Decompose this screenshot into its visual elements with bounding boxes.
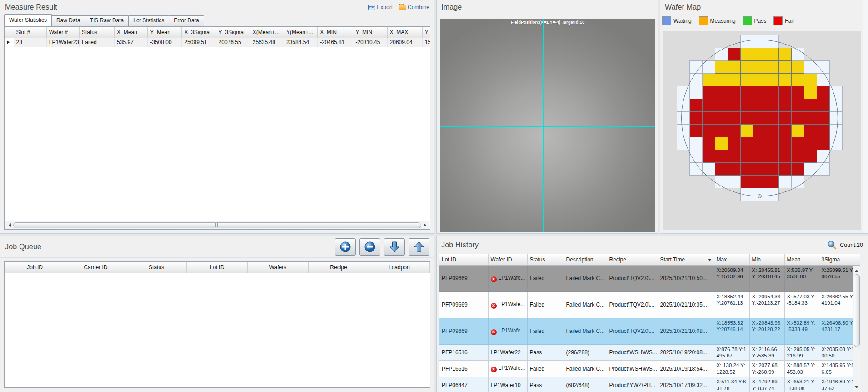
wafer-die[interactable] (778, 150, 792, 163)
wafer-die[interactable] (689, 86, 703, 99)
wafer-die[interactable] (817, 150, 830, 163)
wafer-die[interactable] (804, 124, 817, 137)
wafer-die[interactable] (817, 111, 830, 125)
wafer-die[interactable] (740, 124, 753, 137)
wafer-die[interactable] (702, 111, 715, 125)
column-header[interactable]: Mean (784, 254, 819, 265)
column-header[interactable]: Max (714, 254, 749, 265)
wafer-die[interactable] (804, 137, 817, 150)
wafer-die[interactable] (804, 60, 817, 74)
wafer-die[interactable] (766, 111, 779, 125)
column-header[interactable]: Min (749, 254, 784, 265)
wafer-die[interactable] (702, 60, 715, 74)
scrollbar-thumb[interactable] (854, 274, 860, 347)
wafer-die[interactable] (778, 48, 792, 61)
wafer-die[interactable] (715, 175, 728, 188)
horizontal-scrollbar[interactable] (5, 221, 429, 229)
magnifier-icon[interactable] (827, 240, 837, 250)
wafer-die[interactable] (753, 99, 766, 112)
wafer-die[interactable] (829, 86, 843, 99)
wafer-die[interactable] (740, 99, 753, 112)
wafer-die[interactable] (804, 73, 817, 86)
wafer-die[interactable] (728, 99, 741, 112)
add-job-button[interactable] (335, 238, 356, 256)
wafer-die[interactable] (804, 111, 817, 125)
wafer-die[interactable] (728, 86, 741, 99)
wafer-die[interactable] (740, 188, 753, 201)
table-row[interactable]: PFP16516LP1Wafer22Pass(296/288)Product\W… (439, 344, 860, 361)
wafer-die[interactable] (702, 73, 715, 86)
wafer-die[interactable] (778, 60, 792, 74)
wafer-die[interactable] (728, 111, 741, 125)
wafer-die[interactable] (804, 99, 817, 112)
move-down-button[interactable] (384, 238, 405, 256)
column-header[interactable]: Y_MIN (353, 27, 387, 38)
wafer-die[interactable] (702, 99, 715, 112)
wafer-die[interactable] (753, 48, 766, 61)
export-button[interactable]: CSV Export (368, 4, 393, 10)
column-header[interactable]: Wafer # (46, 27, 79, 38)
tab-error-data[interactable]: Error Data (169, 15, 204, 26)
wafer-die[interactable] (766, 150, 779, 163)
wafer-die[interactable] (740, 111, 753, 125)
wafer-die[interactable] (817, 73, 830, 86)
wafer-die[interactable] (753, 137, 766, 150)
column-header[interactable]: Status (527, 254, 564, 265)
column-header[interactable]: X_MIN (318, 27, 353, 38)
wafer-die[interactable] (804, 86, 817, 99)
wafer-die[interactable] (766, 86, 779, 99)
column-header[interactable]: Y_MAX (422, 27, 430, 38)
wafer-die[interactable] (689, 162, 703, 176)
wafer-die[interactable] (817, 162, 830, 176)
wafer-die[interactable] (791, 124, 804, 137)
column-header[interactable]: Description (564, 254, 607, 265)
wafer-die[interactable] (778, 124, 792, 137)
wafer-die[interactable] (791, 162, 804, 176)
wafer-die[interactable] (740, 86, 753, 99)
column-header[interactable]: Y_Mean (148, 27, 182, 38)
wafer-die[interactable] (715, 137, 728, 150)
wafer-die[interactable] (715, 162, 728, 176)
wafer-die[interactable] (791, 73, 804, 86)
scroll-up-button[interactable] (853, 266, 860, 273)
wafer-die[interactable] (778, 86, 792, 99)
wafer-die[interactable] (817, 124, 830, 137)
wafer-die[interactable] (702, 150, 715, 163)
column-header[interactable]: Start Time (658, 254, 714, 265)
column-header[interactable]: Carrier ID (65, 262, 126, 273)
wafer-die[interactable] (728, 162, 741, 176)
wafer-die[interactable] (715, 111, 728, 125)
wafer-die[interactable] (791, 175, 804, 188)
wafer-die[interactable] (715, 48, 728, 61)
tab-raw-data[interactable]: Raw Data (51, 15, 85, 26)
wafer-die[interactable] (791, 137, 804, 150)
wafer-die[interactable] (740, 162, 753, 176)
vertical-scrollbar[interactable] (853, 266, 860, 392)
table-row[interactable]: PFP09669✕LP1Wafe...FailedFailed Mark C..… (439, 291, 860, 318)
column-header[interactable]: Y(Mean+... (284, 27, 318, 38)
wafer-die[interactable] (753, 86, 766, 99)
wafer-die[interactable] (702, 162, 715, 176)
wafer-die[interactable] (677, 99, 690, 112)
column-header[interactable]: X_3Sigma (182, 27, 216, 38)
wafer-die[interactable] (702, 86, 715, 99)
wafer-die[interactable] (778, 73, 792, 86)
wafer-die[interactable] (753, 175, 766, 188)
wafer-die[interactable] (715, 86, 728, 99)
wafer-die[interactable] (740, 137, 753, 150)
wafer-die[interactable] (766, 60, 779, 74)
wafer-die[interactable] (753, 111, 766, 125)
table-row[interactable]: PFP06447LP1Wafer10Pass(682/648)Product\Y… (439, 377, 860, 392)
wafer-die[interactable] (804, 150, 817, 163)
wafer-die[interactable] (689, 60, 703, 74)
wafer-die[interactable] (766, 175, 779, 188)
wafer-die[interactable] (829, 99, 843, 112)
wafer-die[interactable] (804, 162, 817, 176)
wafer-die[interactable] (778, 99, 792, 112)
wafer-die[interactable] (689, 150, 703, 163)
wafer-die[interactable] (778, 175, 792, 188)
wafer-die[interactable] (817, 137, 830, 150)
column-header[interactable]: Recipe (308, 262, 369, 273)
wafer-die[interactable] (766, 137, 779, 150)
wafer-die[interactable] (715, 124, 728, 137)
